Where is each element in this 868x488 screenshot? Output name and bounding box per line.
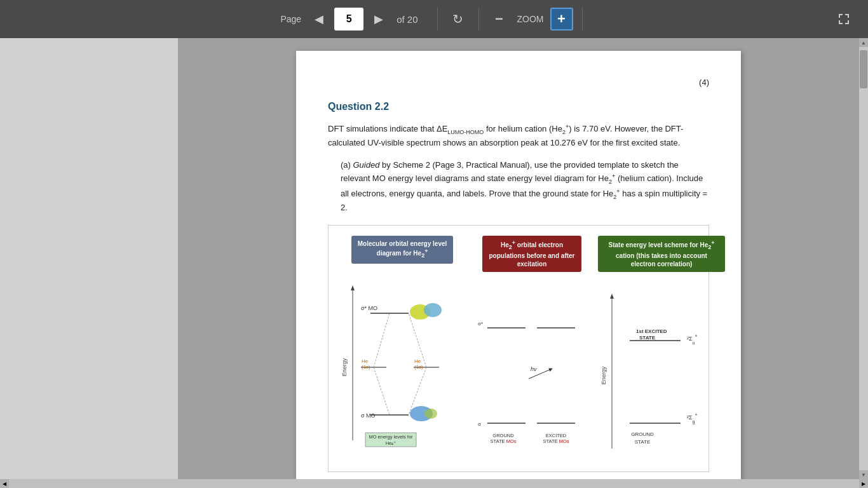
page-number-input[interactable] [334,8,363,30]
svg-text:STATE MOs: STATE MOs [543,438,569,444]
panel-state-energy: State energy level scheme for He2+ catio… [598,236,725,461]
sub-question-a: (a) Guided by Scheme 2 (Page 3, Practica… [341,159,709,215]
zoom-minus-button[interactable]: − [488,8,511,30]
zoom-label: ZOOM [517,14,544,24]
bottom-scroll-track[interactable] [9,479,859,488]
svg-text:STATE MOs: STATE MOs [491,438,517,444]
page-number-right: (4) [328,76,709,89]
svg-text:STATE: STATE [635,439,651,445]
svg-text:Energy: Energy [341,358,348,376]
panel3-header: State energy level scheme for He2+ catio… [598,236,725,272]
scroll-right-button[interactable]: ▶ [859,479,868,488]
toolbar-center: Page ◀ ▶ of 20 ↻ − ZOOM + [280,8,587,30]
svg-text:²Σu+: ²Σu+ [687,333,698,344]
scroll-track[interactable] [859,47,868,470]
svg-marker-38 [610,294,614,299]
svg-text:σ*: σ* [478,321,483,327]
svg-text:σ MO: σ MO [361,412,376,419]
zoom-plus-button[interactable]: + [550,8,573,30]
sub-label-a: (a) [341,160,353,170]
state-energy-svg: Energy 1st EXCITED STATE ²Σu+ ²Σg+ GRO [598,277,725,461]
svg-text:GROUND: GROUND [631,431,654,437]
svg-line-15 [374,367,390,415]
divider-2 [478,8,479,30]
svg-text:He₂⁺: He₂⁺ [386,440,397,446]
panel2-header: He2+ orbital electronpopulations before … [482,236,581,272]
bottom-scrollbar: ◀ ▶ [0,479,868,488]
svg-text:GROUND: GROUND [492,433,514,438]
scroll-thumb [860,50,867,88]
divider-3 [582,8,583,30]
question-body: DFT simulations indicate that ΔELUMO-HOM… [328,122,709,150]
content-area[interactable]: (4) Question 2.2 DFT simulations indicat… [178,38,859,479]
svg-text:He: He [362,358,369,364]
prev-page-button[interactable]: ◀ [308,8,330,30]
mo-diagram-svg: Energy σ* MO He (1s) [339,269,466,453]
diagram-box: Molecular orbital energy leveldiagram fo… [328,225,709,472]
svg-text:Energy: Energy [600,366,607,384]
panel-excitation: He2+ orbital electronpopulations before … [468,236,595,461]
toolbar: Page ◀ ▶ of 20 ↻ − ZOOM + [0,0,868,38]
document-page: (4) Question 2.2 DFT simulations indicat… [296,51,741,479]
panel1-header: Molecular orbital energy leveldiagram fo… [351,236,454,264]
question-title: Question 2.2 [328,99,709,114]
svg-text:1st EXCITED: 1st EXCITED [636,329,667,334]
sidebar-left [0,38,178,479]
svg-text:EXCITED: EXCITED [546,433,567,438]
svg-text:(1s): (1s) [414,364,423,370]
svg-text:STATE: STATE [639,335,656,341]
svg-text:(1s): (1s) [362,364,370,370]
page-label: Page [280,14,301,24]
scroll-up-button[interactable]: ▲ [859,38,868,47]
next-page-button[interactable]: ▶ [367,8,390,30]
svg-text:²Σg+: ²Σg+ [687,412,698,424]
svg-point-18 [424,303,442,317]
fullscreen-button[interactable] [832,8,855,30]
panel-mo-diagram: Molecular orbital energy leveldiagram fo… [339,236,466,461]
svg-line-13 [374,313,390,367]
divider-1 [437,8,438,30]
toolbar-right [832,8,855,30]
svg-text:hν: hν [531,366,537,372]
scroll-left-button[interactable]: ◀ [0,479,9,488]
svg-text:MO energy levels for: MO energy levels for [369,434,413,440]
svg-text:σ: σ [478,421,481,427]
sub-italic-guided: Guided [353,160,380,170]
scroll-down-button[interactable]: ▼ [859,470,868,479]
svg-marker-2 [351,285,355,290]
main-area: (4) Question 2.2 DFT simulations indicat… [0,38,868,479]
scrollbar-right: ▲ ▼ [859,38,868,479]
reset-button[interactable]: ↻ [447,8,470,30]
svg-text:He: He [414,358,421,364]
excitation-svg: σ* hν σ GROUND STATE MOs EXCITED [468,277,595,461]
of-pages-label: of 20 [397,14,417,25]
diagram-panels-row: Molecular orbital energy leveldiagram fo… [339,236,698,461]
svg-text:σ* MO: σ* MO [361,305,377,311]
svg-point-20 [424,409,437,419]
